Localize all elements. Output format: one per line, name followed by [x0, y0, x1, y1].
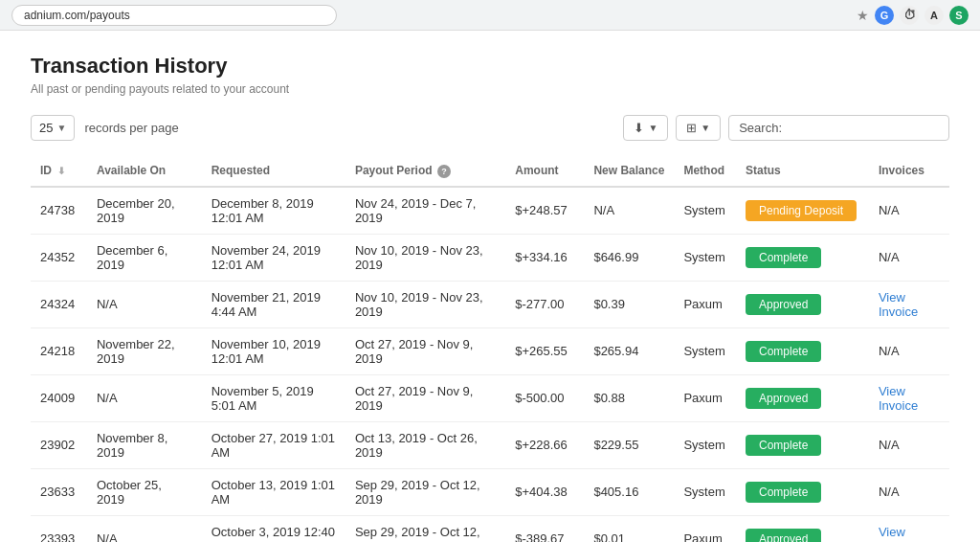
star-icon[interactable]: ★	[857, 8, 869, 23]
cell-invoices: View Invoice	[869, 374, 949, 421]
cell-id: 23393	[31, 515, 87, 542]
col-header-method: Method	[674, 156, 736, 187]
download-icon: ⬇	[634, 121, 644, 135]
cell-id: 24218	[31, 327, 87, 374]
cell-status: Complete	[736, 468, 869, 515]
cell-available: N/A	[87, 281, 202, 327]
table-row: 23393 N/A October 3, 2019 12:40 AM Sep 2…	[31, 515, 949, 542]
cell-requested: November 24, 2019 12:01 AM	[202, 234, 345, 281]
status-badge: Approved	[746, 529, 821, 542]
cell-invoices: View Invoice	[869, 515, 949, 542]
cell-period: Oct 13, 2019 - Oct 26, 2019	[345, 421, 505, 468]
chevron-down-icon: ▼	[56, 123, 66, 133]
col-header-period: Payout Period ?	[345, 156, 505, 187]
cell-id: 23902	[31, 421, 87, 468]
cell-amount: $+248.57	[505, 187, 584, 235]
table-row: 24738 December 20, 2019 December 8, 2019…	[31, 187, 949, 235]
cell-invoices: N/A	[869, 187, 949, 235]
cell-period: Nov 24, 2019 - Dec 7, 2019	[345, 187, 505, 235]
cell-period: Nov 10, 2019 - Nov 23, 2019	[345, 234, 505, 281]
cell-period: Oct 27, 2019 - Nov 9, 2019	[345, 327, 505, 374]
url-bar[interactable]: adnium.com/payouts	[11, 5, 337, 26]
cell-requested: October 27, 2019 1:01 AM	[202, 421, 345, 468]
transaction-table: ID ⬇ Available On Requested Payout Perio…	[31, 156, 949, 542]
col-header-status: Status	[736, 156, 869, 187]
cell-requested: October 13, 2019 1:01 AM	[202, 468, 345, 515]
cell-amount: $+228.66	[505, 421, 584, 468]
cell-balance: $405.16	[584, 468, 674, 515]
cell-requested: October 3, 2019 12:40 AM	[202, 515, 345, 542]
invoice-link[interactable]: View Invoice	[879, 384, 918, 413]
cell-status: Approved	[736, 281, 869, 327]
cell-method: System	[674, 468, 736, 515]
cell-amount: $+334.16	[505, 234, 584, 281]
ext-icon-2[interactable]: S	[949, 6, 969, 25]
page-subtitle: All past or pending payouts related to y…	[31, 82, 949, 96]
cell-available: N/A	[87, 374, 202, 421]
invoice-link[interactable]: View Invoice	[879, 290, 918, 319]
cell-invoices: N/A	[869, 468, 949, 515]
cell-available: December 6, 2019	[87, 234, 202, 281]
cell-balance: N/A	[584, 187, 674, 235]
table-row: 24009 N/A November 5, 2019 5:01 AM Oct 2…	[31, 374, 949, 421]
table-row: 23633 October 25, 2019 October 13, 2019 …	[31, 468, 949, 515]
status-badge: Pending Deposit	[746, 200, 857, 221]
clock-icon[interactable]: ⏱	[900, 6, 919, 25]
cell-status: Complete	[736, 327, 869, 374]
cell-available: October 25, 2019	[87, 468, 202, 515]
cell-period: Sep 29, 2019 - Oct 12, 2019	[345, 468, 505, 515]
cell-requested: November 21, 2019 4:44 AM	[202, 281, 345, 327]
cell-id: 24352	[31, 234, 87, 281]
col-header-id: ID ⬇	[31, 156, 87, 187]
table-row: 24218 November 22, 2019 November 10, 201…	[31, 327, 949, 374]
cell-available: December 20, 2019	[87, 187, 202, 235]
cell-status: Complete	[736, 421, 869, 468]
col-header-amount: Amount	[505, 156, 584, 187]
cell-method: System	[674, 187, 736, 235]
invoice-link[interactable]: View Invoice	[879, 525, 918, 542]
search-input[interactable]	[786, 121, 939, 135]
page-title: Transaction History	[31, 54, 949, 79]
grid-icon: ⊞	[686, 121, 697, 135]
cell-invoices: N/A	[869, 327, 949, 374]
col-header-invoices: Invoices	[869, 156, 949, 187]
ext-icon-1[interactable]: A	[924, 6, 944, 25]
cell-invoices: View Invoice	[869, 281, 949, 327]
browser-chrome: adnium.com/payouts ★ G ⏱ A S	[0, 0, 980, 31]
cell-balance: $265.94	[584, 327, 674, 374]
cell-balance: $0.88	[584, 374, 674, 421]
invoice-na: N/A	[879, 438, 900, 452]
cell-status: Approved	[736, 374, 869, 421]
cell-invoices: N/A	[869, 234, 949, 281]
per-page-value: 25	[39, 121, 53, 135]
cell-requested: November 10, 2019 12:01 AM	[202, 327, 345, 374]
cell-amount: $-277.00	[505, 281, 584, 327]
per-page-select[interactable]: 25 ▼	[31, 115, 75, 141]
cell-period: Oct 27, 2019 - Nov 9, 2019	[345, 374, 505, 421]
cell-balance: $229.55	[584, 421, 674, 468]
chevron-down-icon-grid: ▼	[701, 123, 710, 133]
table-header-row: ID ⬇ Available On Requested Payout Perio…	[31, 156, 949, 187]
status-badge: Approved	[746, 388, 821, 409]
cell-period: Nov 10, 2019 - Nov 23, 2019	[345, 281, 505, 327]
cell-amount: $-389.67	[505, 515, 584, 542]
cell-method: Paxum	[674, 281, 736, 327]
cell-method: Paxum	[674, 374, 736, 421]
cell-balance: $0.39	[584, 281, 674, 327]
col-header-balance: New Balance	[584, 156, 674, 187]
cell-requested: December 8, 2019 12:01 AM	[202, 187, 345, 235]
cell-amount: $+404.38	[505, 468, 584, 515]
sort-icon-id[interactable]: ⬇	[57, 166, 65, 176]
col-header-requested: Requested	[202, 156, 345, 187]
cell-id: 24738	[31, 187, 87, 235]
download-button[interactable]: ⬇ ▼	[623, 115, 668, 141]
grid-view-button[interactable]: ⊞ ▼	[676, 115, 721, 141]
chevron-down-icon-download: ▼	[648, 123, 657, 133]
invoice-na: N/A	[879, 203, 900, 217]
cell-method: System	[674, 421, 736, 468]
cell-requested: November 5, 2019 5:01 AM	[202, 374, 345, 421]
google-icon[interactable]: G	[875, 6, 894, 25]
table-row: 24324 N/A November 21, 2019 4:44 AM Nov …	[31, 281, 949, 327]
help-icon-period[interactable]: ?	[437, 165, 451, 178]
cell-id: 23633	[31, 468, 87, 515]
